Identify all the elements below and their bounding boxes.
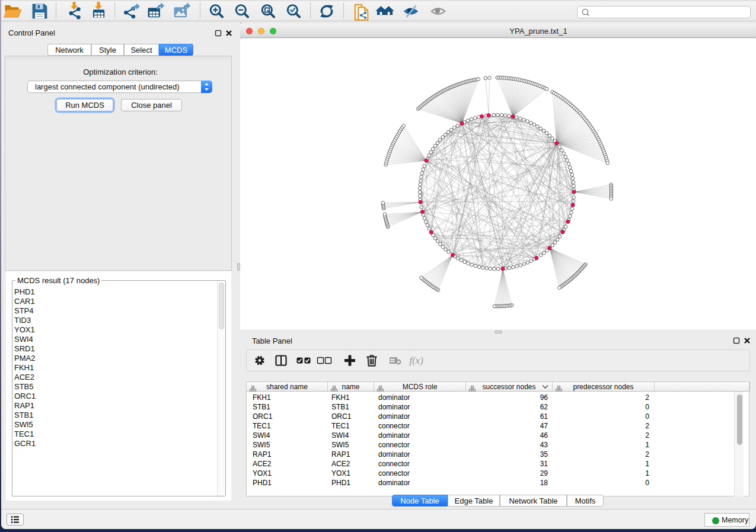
svg-text:f(x): f(x) [409,355,423,366]
